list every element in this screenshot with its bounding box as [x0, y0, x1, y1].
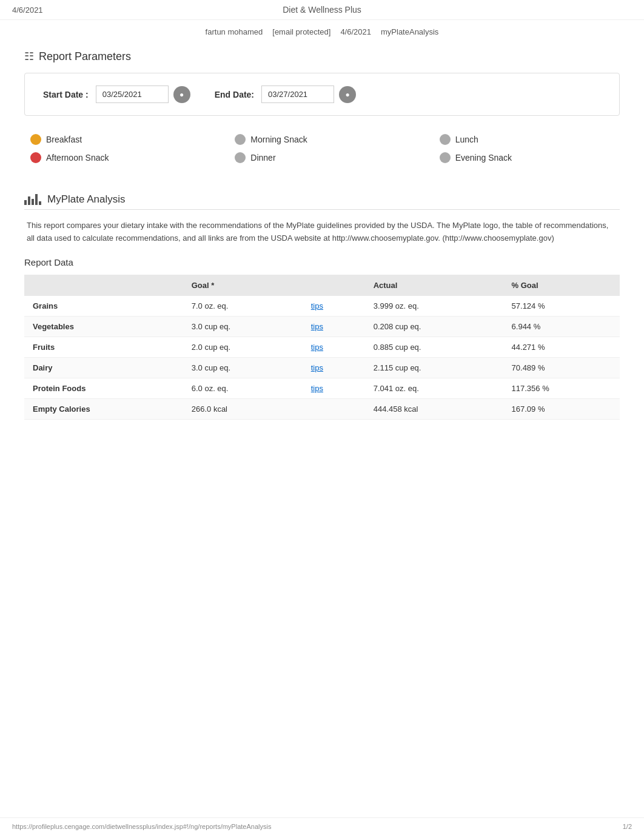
bar-chart-icon — [24, 194, 41, 205]
cell-goal: 3.0 cup eq. — [183, 316, 303, 337]
start-date-input[interactable] — [96, 86, 169, 103]
breakfast-label: Breakfast — [46, 135, 82, 144]
afternoon-snack-dot — [30, 152, 41, 163]
end-date-label: End Date: — [215, 90, 254, 99]
start-date-field: Start Date : ● — [43, 86, 190, 103]
report-data-title: Report Data — [24, 257, 620, 267]
cell-tips[interactable]: tips — [303, 357, 365, 378]
table-row: Grains 7.0 oz. eq. tips 3.999 oz. eq. 57… — [24, 296, 620, 317]
cell-tips[interactable]: tips — [303, 337, 365, 357]
footer-page: 1/2 — [623, 823, 632, 830]
cell-percent: 44.271 % — [503, 337, 620, 357]
meal-evening-snack[interactable]: Evening Snack — [440, 152, 620, 163]
cell-actual: 444.458 kcal — [365, 398, 503, 419]
meal-checkboxes: Breakfast Morning Snack Lunch Afternoon … — [24, 128, 620, 169]
lunch-dot — [440, 134, 451, 145]
meal-afternoon-snack[interactable]: Afternoon Snack — [30, 152, 210, 163]
afternoon-snack-label: Afternoon Snack — [46, 153, 109, 163]
table-row: Empty Calories 266.0 kcal 444.458 kcal 1… — [24, 398, 620, 419]
end-date-input[interactable] — [261, 86, 334, 103]
myplate-title: MyPlate Analysis — [47, 193, 126, 206]
evening-snack-dot — [440, 152, 451, 163]
dinner-dot — [235, 152, 246, 163]
cell-tips — [303, 398, 365, 419]
filter-icon: ☷ — [24, 50, 34, 63]
cell-percent: 117.356 % — [503, 378, 620, 398]
cell-food: Empty Calories — [24, 398, 183, 419]
meta-row: fartun mohamed [email protected] 4/6/202… — [0, 20, 644, 44]
cell-food: Vegetables — [24, 316, 183, 337]
cell-actual: 7.041 oz. eq. — [365, 378, 503, 398]
cell-goal: 6.0 oz. eq. — [183, 378, 303, 398]
end-date-input-wrapper: ● — [261, 86, 356, 103]
page-footer: https://profileplus.cengage.com/dietwell… — [0, 817, 644, 835]
meal-dinner[interactable]: Dinner — [235, 152, 415, 163]
cell-goal: 3.0 cup eq. — [183, 357, 303, 378]
col-actual: Actual — [365, 275, 503, 296]
col-percent: % Goal — [503, 275, 620, 296]
footer-url: https://profileplus.cengage.com/dietwell… — [12, 823, 271, 830]
table-header-row: Goal * Actual % Goal — [24, 275, 620, 296]
report-params-section: ☷ Report Parameters Start Date : ● End D… — [0, 44, 644, 181]
table-row: Protein Foods 6.0 oz. eq. tips 7.041 oz.… — [24, 378, 620, 398]
morning-snack-label: Morning Snack — [250, 135, 307, 144]
cell-food: Grains — [24, 296, 183, 317]
evening-snack-label: Evening Snack — [455, 153, 512, 163]
cell-food: Fruits — [24, 337, 183, 357]
cell-actual: 0.208 cup eq. — [365, 316, 503, 337]
table-row: Dairy 3.0 cup eq. tips 2.115 cup eq. 70.… — [24, 357, 620, 378]
cell-food: Dairy — [24, 357, 183, 378]
cell-goal: 266.0 kcal — [183, 398, 303, 419]
cell-percent: 57.124 % — [503, 296, 620, 317]
morning-snack-dot — [235, 134, 246, 145]
report-params-header: ☷ Report Parameters — [24, 50, 620, 63]
meal-breakfast[interactable]: Breakfast — [30, 134, 210, 145]
data-table: Goal * Actual % Goal Grains 7.0 oz. eq. … — [24, 275, 620, 420]
cell-tips[interactable]: tips — [303, 296, 365, 317]
meta-report-date: 4/6/2021 — [340, 27, 371, 36]
col-goal: Goal * — [183, 275, 303, 296]
cell-goal: 2.0 cup eq. — [183, 337, 303, 357]
cell-tips[interactable]: tips — [303, 378, 365, 398]
cell-actual: 2.115 cup eq. — [365, 357, 503, 378]
col-food — [24, 275, 183, 296]
meta-report-type: myPlateAnalysis — [381, 27, 438, 36]
report-params-title: Report Parameters — [39, 50, 131, 63]
table-row: Vegetables 3.0 cup eq. tips 0.208 cup eq… — [24, 316, 620, 337]
header-date: 4/6/2021 — [12, 5, 43, 15]
meal-morning-snack[interactable]: Morning Snack — [235, 134, 415, 145]
date-inputs-area: Start Date : ● End Date: ● — [24, 73, 620, 116]
myplate-description: This report compares your dietary intake… — [24, 220, 620, 245]
meta-email: [email protected] — [272, 27, 330, 36]
start-date-label: Start Date : — [43, 90, 89, 99]
myplate-section: MyPlate Analysis This report compares yo… — [0, 181, 644, 432]
cell-percent: 6.944 % — [503, 316, 620, 337]
breakfast-dot — [30, 134, 41, 145]
cell-tips[interactable]: tips — [303, 316, 365, 337]
end-date-field: End Date: ● — [215, 86, 356, 103]
meal-lunch[interactable]: Lunch — [440, 134, 620, 145]
cell-food: Protein Foods — [24, 378, 183, 398]
table-row: Fruits 2.0 cup eq. tips 0.885 cup eq. 44… — [24, 337, 620, 357]
cell-goal: 7.0 oz. eq. — [183, 296, 303, 317]
cell-percent: 167.09 % — [503, 398, 620, 419]
meta-user: fartun mohamed — [206, 27, 263, 36]
dinner-label: Dinner — [250, 153, 275, 163]
myplate-header: MyPlate Analysis — [24, 193, 620, 210]
cell-percent: 70.489 % — [503, 357, 620, 378]
lunch-label: Lunch — [455, 135, 478, 144]
start-date-calendar-btn[interactable]: ● — [173, 86, 190, 103]
cell-actual: 3.999 oz. eq. — [365, 296, 503, 317]
cell-actual: 0.885 cup eq. — [365, 337, 503, 357]
header-title: Diet & Wellness Plus — [283, 5, 361, 15]
end-date-calendar-btn[interactable]: ● — [339, 86, 356, 103]
col-tips — [303, 275, 365, 296]
start-date-input-wrapper: ● — [96, 86, 190, 103]
